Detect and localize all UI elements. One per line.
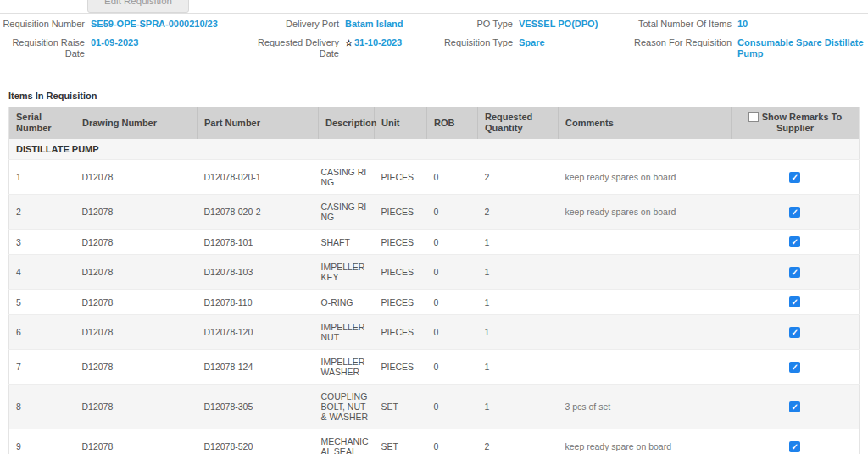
- show-remarks-checkbox[interactable]: ✓: [789, 362, 800, 373]
- summary-row-2: Requisition Raise Date 01-09-2023 Reques…: [0, 37, 868, 59]
- field-reason: Reason For Requisition Consumable Spare …: [623, 37, 868, 59]
- cell-unit: SET: [375, 385, 427, 429]
- show-remarks-checkbox[interactable]: ✓: [789, 441, 800, 452]
- cell-comments: keep ready spares on board: [559, 195, 732, 230]
- cell-unit: PIECES: [375, 195, 427, 230]
- cell-part-number: D12078-020-2: [198, 195, 319, 230]
- field-label: Total Number Of Items: [623, 19, 732, 30]
- group-label: DISTILLATE PUMP: [9, 139, 860, 160]
- item-row: 7D12078D12078-124IMPELLER WASHERPIECES01…: [9, 350, 860, 385]
- cell-drawing-number: D12078: [75, 350, 198, 385]
- field-value: Consumable Spare Distillate Pump: [737, 37, 868, 59]
- col-part-number: Part Number: [198, 107, 319, 139]
- cell-show-remarks: ✓: [732, 350, 860, 385]
- cell-part-number: D12078-110: [198, 290, 319, 315]
- show-remarks-checkbox[interactable]: ✓: [789, 401, 800, 412]
- field-value: 10: [737, 19, 748, 30]
- show-remarks-checkbox[interactable]: ✓: [789, 327, 800, 338]
- field-value: 01-09-2023: [91, 37, 138, 48]
- field-label: Requisition Number: [0, 19, 85, 30]
- show-remarks-checkbox[interactable]: ✓: [789, 207, 800, 218]
- field-label: Requisition Type: [441, 37, 513, 48]
- field-requested-delivery-date: Requested Delivery Date ☆31-10-2023: [254, 37, 441, 59]
- cell-serial-number: 7: [9, 350, 75, 385]
- cell-drawing-number: D12078: [75, 255, 198, 290]
- field-value: VESSEL PO(DPO): [519, 19, 598, 30]
- field-label: Requisition Raise Date: [0, 37, 85, 59]
- cell-unit: PIECES: [375, 160, 427, 195]
- cell-description: IMPELLER NUT: [319, 315, 375, 350]
- item-row: 6D12078D12078-120IMPELLER NUTPIECES01✓: [9, 315, 860, 350]
- cell-serial-number: 6: [9, 315, 75, 350]
- col-requested-quantity: Requested Quantity: [478, 107, 559, 139]
- cell-show-remarks: ✓: [732, 255, 860, 290]
- show-remarks-checkbox[interactable]: ✓: [789, 172, 800, 183]
- requisition-summary: Requisition Number SE59-OPE-SPRA-0000210…: [0, 14, 868, 70]
- cell-part-number: D12078-103: [198, 255, 319, 290]
- cell-show-remarks: ✓: [732, 315, 860, 350]
- show-remarks-checkbox[interactable]: ✓: [789, 296, 800, 307]
- cell-rob: 0: [427, 429, 478, 454]
- cell-requested-quantity: 2: [478, 160, 559, 195]
- show-remarks-header-checkbox[interactable]: [748, 112, 759, 122]
- cell-description: O-RING: [319, 290, 375, 315]
- field-label: Reason For Requisition: [623, 37, 732, 48]
- cell-rob: 0: [427, 160, 478, 195]
- cell-requested-quantity: 1: [478, 385, 559, 429]
- summary-row-1: Requisition Number SE59-OPE-SPRA-0000210…: [0, 19, 868, 30]
- cell-rob: 0: [427, 350, 478, 385]
- item-row: 4D12078D12078-103IMPELLER KEYPIECES01✓: [9, 255, 860, 290]
- cell-drawing-number: D12078: [75, 385, 198, 429]
- field-raise-date: Requisition Raise Date 01-09-2023: [0, 37, 254, 59]
- cell-serial-number: 4: [9, 255, 75, 290]
- col-comments: Comments: [559, 107, 732, 139]
- field-requisition-type: Requisition Type Spare: [441, 37, 623, 59]
- cell-comments: [559, 255, 732, 290]
- cell-rob: 0: [427, 255, 478, 290]
- items-table-header: Serial Number Drawing Number Part Number…: [9, 107, 860, 139]
- cell-description: IMPELLER KEY: [319, 255, 375, 290]
- cell-requested-quantity: 1: [478, 350, 559, 385]
- field-po-type: PO Type VESSEL PO(DPO): [441, 19, 623, 30]
- cell-requested-quantity: 2: [478, 195, 559, 230]
- cell-comments: keep ready spare on board: [559, 429, 732, 454]
- cell-comments: keep ready spares on board: [559, 160, 732, 195]
- show-remarks-checkbox[interactable]: ✓: [789, 267, 800, 278]
- item-row: 9D12078D12078-520MECHANICAL SEALSET02kee…: [9, 429, 860, 454]
- cell-part-number: D12078-101: [198, 230, 319, 255]
- cell-unit: PIECES: [375, 315, 427, 350]
- cell-unit: PIECES: [375, 255, 427, 290]
- cell-drawing-number: D12078: [75, 315, 198, 350]
- cell-description: IMPELLER WASHER: [319, 350, 375, 385]
- cell-rob: 0: [427, 290, 478, 315]
- cell-comments: 3 pcs of set: [559, 385, 732, 429]
- cell-comments: [559, 350, 732, 385]
- cell-serial-number: 2: [9, 195, 75, 230]
- field-label: Requested Delivery Date: [254, 37, 339, 59]
- cell-drawing-number: D12078: [75, 195, 198, 230]
- field-total-items: Total Number Of Items 10: [623, 19, 868, 30]
- item-row: 1D12078D12078-020-1CASING RINGPIECES02ke…: [9, 160, 860, 195]
- cell-comments: [559, 290, 732, 315]
- item-row: 5D12078D12078-110O-RINGPIECES01✓: [9, 290, 860, 315]
- cell-part-number: D12078-020-1: [198, 160, 319, 195]
- cell-rob: 0: [427, 385, 478, 429]
- cell-requested-quantity: 1: [478, 290, 559, 315]
- edit-requisition-button[interactable]: Edit Requisition: [87, 0, 189, 13]
- cell-requested-quantity: 1: [478, 255, 559, 290]
- cell-drawing-number: D12078: [75, 160, 198, 195]
- field-requisition-number: Requisition Number SE59-OPE-SPRA-0000210…: [0, 19, 254, 30]
- cell-serial-number: 1: [9, 160, 75, 195]
- cell-unit: PIECES: [375, 350, 427, 385]
- cell-rob: 0: [427, 195, 478, 230]
- cell-part-number: D12078-520: [198, 429, 319, 454]
- cell-show-remarks: ✓: [732, 290, 860, 315]
- cell-serial-number: 8: [9, 385, 75, 429]
- item-row: 2D12078D12078-020-2CASING RINGPIECES02ke…: [9, 195, 860, 230]
- col-rob: ROB: [427, 107, 478, 139]
- cell-requested-quantity: 1: [478, 230, 559, 255]
- cell-description: COUPLING BOLT, NUT & WASHER: [319, 385, 375, 429]
- show-remarks-checkbox[interactable]: ✓: [789, 236, 800, 247]
- cell-part-number: D12078-305: [198, 385, 319, 429]
- cell-comments: [559, 230, 732, 255]
